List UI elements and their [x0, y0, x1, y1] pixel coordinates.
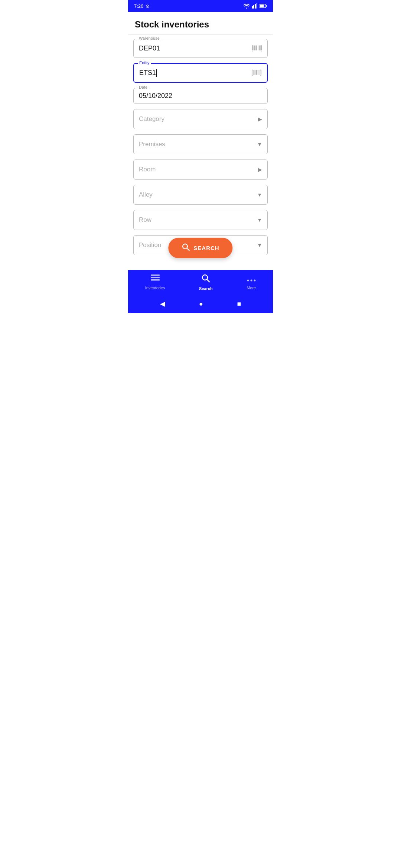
warehouse-value: DEP01: [139, 43, 160, 54]
position-label: Position: [139, 241, 161, 249]
svg-rect-25: [261, 70, 261, 75]
nav-item-search[interactable]: Search: [192, 272, 220, 293]
fab-search-icon: [182, 243, 190, 253]
svg-rect-16: [261, 45, 262, 50]
nav-inventories-label: Inventories: [145, 286, 165, 290]
android-nav-bar: ◀ ● ■: [128, 295, 273, 313]
svg-rect-12: [256, 45, 257, 50]
alley-label: Alley: [139, 191, 153, 198]
svg-rect-6: [266, 5, 267, 7]
battery-icon: [260, 4, 267, 8]
svg-rect-15: [260, 45, 261, 50]
entity-label: Entity: [138, 60, 151, 65]
row-arrow-icon: ▼: [257, 217, 262, 223]
row-field[interactable]: Row ▼: [133, 210, 268, 230]
fab-search-label: SEARCH: [193, 245, 219, 251]
warehouse-row: DEP01: [139, 43, 262, 54]
svg-rect-1: [252, 6, 253, 9]
svg-rect-21: [256, 70, 257, 75]
svg-rect-18: [253, 70, 254, 75]
warehouse-label: Warehouse: [137, 36, 161, 40]
nav-search-label: Search: [199, 286, 213, 291]
room-field[interactable]: Room ▶: [133, 160, 268, 180]
category-label: Category: [139, 115, 164, 123]
svg-rect-19: [254, 70, 255, 75]
svg-rect-3: [255, 4, 256, 9]
svg-rect-14: [259, 45, 260, 50]
status-icon: ⊘: [146, 3, 150, 9]
svg-rect-4: [256, 3, 257, 9]
search-nav-icon: [201, 274, 210, 285]
premises-arrow-icon: ▼: [257, 141, 262, 147]
back-button[interactable]: ◀: [160, 300, 165, 308]
date-label: Date: [137, 85, 149, 89]
bottom-nav: Inventories Search More: [128, 270, 273, 295]
title-divider: [128, 34, 273, 34]
category-arrow-icon: ▶: [258, 116, 262, 122]
row-label: Row: [139, 216, 151, 224]
svg-rect-17: [252, 70, 252, 75]
svg-line-32: [207, 280, 210, 282]
alley-arrow-icon: ▼: [257, 192, 262, 198]
svg-point-35: [254, 280, 255, 282]
svg-rect-23: [259, 70, 260, 75]
date-value: 05/10/2022: [139, 91, 172, 101]
svg-point-0: [246, 8, 247, 9]
svg-point-34: [250, 280, 252, 282]
svg-rect-13: [258, 45, 258, 50]
svg-point-33: [247, 280, 249, 282]
svg-rect-20: [255, 70, 255, 75]
svg-rect-30: [151, 279, 160, 281]
svg-rect-8: [252, 45, 253, 50]
content-area: Warehouse DEP01 Entity: [128, 36, 273, 267]
signal-icon: [252, 3, 258, 9]
room-label: Room: [139, 166, 156, 173]
warehouse-field[interactable]: Warehouse DEP01: [133, 39, 268, 58]
svg-rect-28: [151, 274, 160, 276]
nav-item-inventories[interactable]: Inventories: [138, 272, 173, 292]
svg-rect-9: [254, 45, 254, 50]
premises-field[interactable]: Premises ▼: [133, 134, 268, 154]
warehouse-barcode-icon[interactable]: [252, 45, 262, 53]
svg-rect-2: [253, 5, 254, 9]
svg-rect-22: [258, 70, 258, 75]
status-bar: 7:26 ⊘: [128, 0, 273, 12]
fab-search-button[interactable]: SEARCH: [168, 238, 232, 258]
entity-row: ETS1: [139, 68, 262, 78]
alley-field[interactable]: Alley ▼: [133, 185, 268, 205]
entity-barcode-icon[interactable]: [251, 69, 262, 77]
room-arrow-icon: ▶: [258, 167, 262, 172]
category-field[interactable]: Category ▶: [133, 109, 268, 129]
entity-field[interactable]: Entity ETS1: [133, 63, 268, 83]
svg-line-27: [187, 248, 189, 250]
entity-value: ETS1: [139, 68, 157, 78]
wifi-icon: [243, 3, 250, 9]
nav-more-label: More: [247, 286, 256, 290]
date-field[interactable]: Date 05/10/2022: [133, 88, 268, 104]
svg-rect-29: [151, 277, 160, 279]
inventories-icon: [151, 274, 160, 284]
premises-label: Premises: [139, 141, 165, 148]
status-time: 7:26: [134, 3, 143, 9]
home-button[interactable]: ●: [199, 300, 203, 308]
svg-rect-7: [260, 5, 264, 7]
status-bar-left: 7:26 ⊘: [134, 3, 150, 9]
more-icon: [247, 274, 256, 284]
position-arrow-icon: ▼: [257, 242, 262, 248]
svg-rect-11: [255, 45, 256, 50]
status-bar-right: [243, 3, 267, 9]
svg-rect-10: [254, 45, 255, 50]
svg-rect-24: [260, 70, 260, 75]
nav-item-more[interactable]: More: [239, 272, 263, 292]
recents-button[interactable]: ■: [237, 300, 241, 308]
page-title: Stock inventories: [128, 12, 273, 34]
